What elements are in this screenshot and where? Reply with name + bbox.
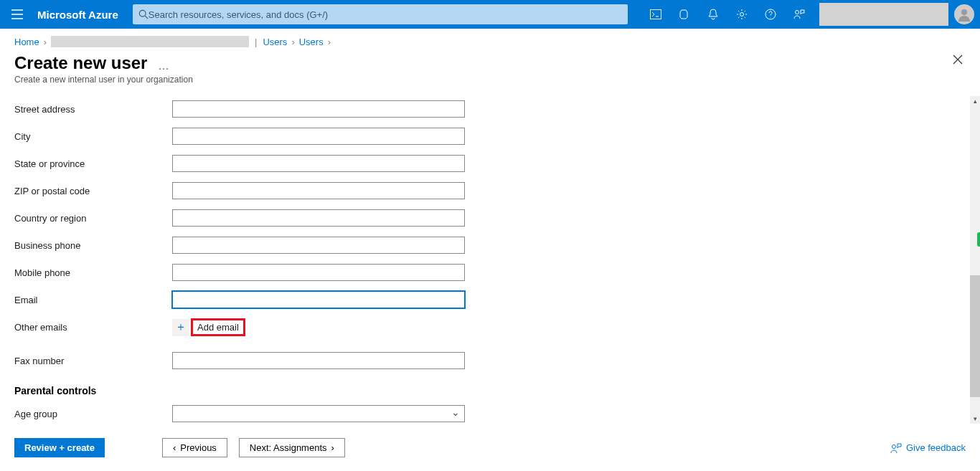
gear-icon xyxy=(736,9,748,20)
settings-button[interactable] xyxy=(727,0,756,29)
cloud-shell-button[interactable] xyxy=(641,0,670,29)
field-state: State or province xyxy=(14,155,966,172)
input-state[interactable] xyxy=(172,155,465,172)
next-label: Next: Assignments xyxy=(250,442,327,453)
breadcrumb-home[interactable]: Home xyxy=(14,37,39,47)
give-feedback-link[interactable]: Give feedback xyxy=(890,442,966,454)
help-button[interactable] xyxy=(756,0,785,29)
input-city[interactable] xyxy=(172,128,465,145)
field-country: Country or region xyxy=(14,209,966,227)
previous-button[interactable]: ‹ Previous xyxy=(162,438,227,457)
person-icon xyxy=(957,7,971,22)
field-fax: Fax number xyxy=(14,352,966,369)
field-city: City xyxy=(14,128,966,145)
field-mobile-phone: Mobile phone xyxy=(14,264,966,281)
svg-point-5 xyxy=(796,11,799,14)
breadcrumb: Home › | Users › Users › xyxy=(0,29,980,50)
previous-label: Previous xyxy=(180,442,217,453)
avatar[interactable] xyxy=(954,4,974,24)
input-fax[interactable] xyxy=(172,352,465,369)
close-icon xyxy=(953,54,963,65)
label-country: Country or region xyxy=(14,213,172,224)
scroll-thumb[interactable] xyxy=(970,275,980,397)
form-area: Street address City State or province ZI… xyxy=(0,96,980,424)
person-feedback-icon xyxy=(793,9,805,20)
menu-toggle[interactable] xyxy=(0,9,34,19)
scroll-up-icon[interactable]: ▴ xyxy=(970,96,980,106)
cloud-shell-icon xyxy=(650,9,661,19)
close-button[interactable] xyxy=(953,54,963,65)
label-fax: Fax number xyxy=(14,356,172,366)
hamburger-icon xyxy=(11,9,23,19)
scroll-down-icon[interactable]: ▾ xyxy=(970,414,980,424)
field-email: Email xyxy=(14,291,966,308)
person-feedback-icon xyxy=(890,442,902,454)
label-street-address: Street address xyxy=(14,104,172,115)
input-country[interactable] xyxy=(172,209,465,227)
breadcrumb-tenant[interactable] xyxy=(51,36,249,47)
add-email-label: Add email xyxy=(191,318,245,336)
copilot-button[interactable] xyxy=(670,0,699,29)
add-email-button[interactable]: ＋ Add email xyxy=(172,318,245,336)
notifications-button[interactable] xyxy=(699,0,727,29)
field-street-address: Street address xyxy=(14,100,966,118)
page-header: Create new user … Create a new internal … xyxy=(0,50,980,90)
breadcrumb-users-1[interactable]: Users xyxy=(263,37,287,47)
top-bar: Microsoft Azure xyxy=(0,0,980,29)
search-icon xyxy=(138,9,149,19)
chevron-right-icon: › xyxy=(328,37,331,47)
input-street-address[interactable] xyxy=(172,100,465,118)
chevron-right-icon: › xyxy=(331,442,334,453)
label-state: State or province xyxy=(14,158,172,169)
label-email: Email xyxy=(14,295,172,305)
chevron-left-icon: ‹ xyxy=(173,442,176,453)
label-business-phone: Business phone xyxy=(14,240,172,251)
input-business-phone[interactable] xyxy=(172,237,465,254)
field-other-emails: Other emails ＋ Add email xyxy=(14,318,966,336)
more-actions[interactable]: … xyxy=(158,60,170,72)
field-age-group: Age group xyxy=(14,405,966,422)
feedback-label: Give feedback xyxy=(906,442,966,453)
side-tab[interactable] xyxy=(977,232,980,247)
svg-line-1 xyxy=(145,16,148,19)
label-city: City xyxy=(14,131,172,142)
svg-point-3 xyxy=(740,13,744,16)
separator: | xyxy=(255,37,257,47)
review-create-button[interactable]: Review + create xyxy=(14,438,105,457)
brand[interactable]: Microsoft Azure xyxy=(34,9,133,21)
select-age-group[interactable] xyxy=(172,405,465,422)
label-other-emails: Other emails xyxy=(14,322,172,333)
label-mobile-phone: Mobile phone xyxy=(14,267,172,278)
input-zip[interactable] xyxy=(172,182,465,199)
label-zip: ZIP or postal code xyxy=(14,186,172,196)
breadcrumb-users-2[interactable]: Users xyxy=(299,37,324,47)
svg-point-6 xyxy=(961,9,967,15)
chevron-right-icon: › xyxy=(44,37,47,47)
next-button[interactable]: Next: Assignments › xyxy=(239,438,345,457)
global-search[interactable] xyxy=(133,4,628,24)
input-email[interactable] xyxy=(172,291,465,308)
copilot-icon xyxy=(679,9,690,20)
footer-bar: Review + create ‹ Previous Next: Assignm… xyxy=(0,424,980,471)
label-age-group: Age group xyxy=(14,409,172,419)
account-info[interactable] xyxy=(819,3,948,26)
input-mobile-phone[interactable] xyxy=(172,264,465,281)
help-icon xyxy=(765,9,776,20)
svg-point-0 xyxy=(139,10,146,16)
plus-icon: ＋ xyxy=(172,319,189,336)
section-parental-controls: Parental controls xyxy=(14,385,966,396)
svg-rect-2 xyxy=(651,10,661,19)
bell-icon xyxy=(708,9,718,20)
search-input[interactable] xyxy=(149,9,622,20)
svg-point-7 xyxy=(892,444,895,448)
scrollbar[interactable]: ▴ ▾ xyxy=(970,96,980,424)
field-zip: ZIP or postal code xyxy=(14,182,966,199)
page-title: Create new user xyxy=(14,53,147,73)
page-subtitle: Create a new internal user in your organ… xyxy=(14,75,966,85)
chevron-right-icon: › xyxy=(291,37,294,47)
feedback-button[interactable] xyxy=(785,0,814,29)
field-business-phone: Business phone xyxy=(14,237,966,254)
